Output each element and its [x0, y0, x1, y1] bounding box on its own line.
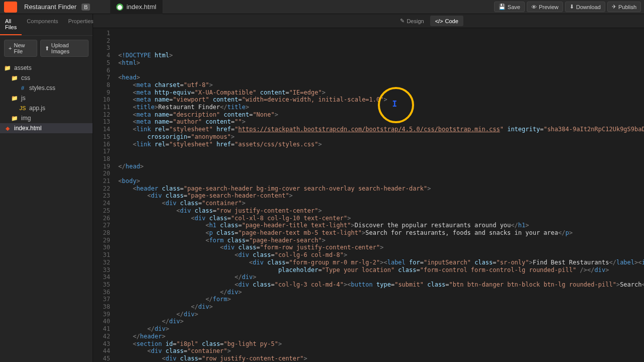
tree-item[interactable]: #styles.css: [0, 83, 93, 93]
top-actions: 💾Save 👁Preview ⬇Download ✈Publish: [494, 2, 644, 12]
tree-item-label: app.js: [29, 105, 45, 112]
tree-item-label: styles.css: [29, 84, 55, 92]
design-mode-button[interactable]: ✎Design: [395, 16, 429, 26]
tree-item-label: assets: [14, 64, 32, 71]
sidebar-actions: +New File ⬆Upload Images: [0, 36, 93, 61]
file-tree: 📁assets📁css#styles.css📁jsJSapp.js📁img◆in…: [0, 61, 93, 135]
tree-item-label: js: [21, 95, 26, 102]
tree-item-label: css: [21, 74, 30, 81]
tree-item-label: index.html: [14, 125, 42, 132]
folder-icon: 📁: [4, 65, 11, 71]
folder-icon: 📁: [11, 75, 18, 81]
html-icon: ◆: [4, 125, 11, 132]
tree-item[interactable]: 📁css: [0, 73, 93, 83]
main: All Files Components Properties +New Fil…: [0, 14, 644, 362]
project-name[interactable]: Restaurant Finder: [21, 3, 79, 11]
app-logo-icon[interactable]: [4, 2, 17, 13]
tree-item[interactable]: JSapp.js: [0, 103, 93, 113]
download-icon: ⬇: [570, 4, 574, 10]
save-icon: 💾: [499, 4, 506, 10]
upload-images-button[interactable]: ⬆Upload Images: [40, 40, 89, 57]
editor-pane: ✎Design </>Code ↶ ↷ 👁 ✎ ☰ ? 123456789101…: [93, 14, 644, 362]
css-icon: #: [19, 85, 26, 91]
folder-icon: 📁: [11, 115, 18, 122]
tree-item[interactable]: 📁assets: [0, 63, 93, 73]
code-icon: </>: [435, 18, 443, 24]
save-button[interactable]: 💾Save: [494, 2, 525, 12]
sidebar-tabs: All Files Components Properties: [0, 14, 93, 36]
eye-icon: 👁: [531, 4, 537, 10]
publish-icon: ✈: [612, 4, 616, 10]
tab-filename: index.html: [126, 3, 156, 11]
sidebar: All Files Components Properties +New Fil…: [0, 14, 93, 362]
tree-item-label: img: [21, 115, 31, 122]
tree-item[interactable]: ◆index.html: [0, 123, 93, 133]
sidebar-tab-files[interactable]: All Files: [0, 14, 22, 35]
folder-icon: 📁: [11, 95, 18, 102]
tree-item[interactable]: 📁js: [0, 93, 93, 103]
pencil-icon: ✎: [400, 18, 405, 24]
js-icon: JS: [19, 105, 26, 111]
line-gutter: 1234567891011121314151617181920212223242…: [93, 28, 114, 362]
upload-icon: ⬆: [45, 45, 49, 52]
editor-toolbar: ✎Design </>Code ↶ ↷ 👁 ✎ ☰ ?: [93, 14, 644, 28]
badge: B: [82, 4, 90, 11]
code-mode-button[interactable]: </>Code: [430, 16, 463, 26]
plus-icon: +: [9, 45, 12, 51]
code-content[interactable]: <!DOCTYPE html><html> <head> <meta chars…: [114, 28, 644, 362]
preview-button[interactable]: 👁Preview: [527, 2, 563, 12]
code-area[interactable]: 1234567891011121314151617181920212223242…: [93, 28, 644, 362]
tree-item[interactable]: 📁img: [0, 113, 93, 123]
new-file-button[interactable]: +New File: [4, 40, 37, 57]
top-bar: Restaurant Finder B ⬤ index.html 💾Save 👁…: [0, 0, 644, 14]
globe-icon: ⬤: [116, 4, 123, 11]
sidebar-tab-components[interactable]: Components: [22, 14, 63, 35]
download-button[interactable]: ⬇Download: [565, 2, 605, 12]
file-tab[interactable]: ⬤ index.html: [110, 0, 162, 14]
mode-switch: ✎Design </>Code: [395, 16, 463, 26]
publish-button[interactable]: ✈Publish: [607, 2, 641, 12]
